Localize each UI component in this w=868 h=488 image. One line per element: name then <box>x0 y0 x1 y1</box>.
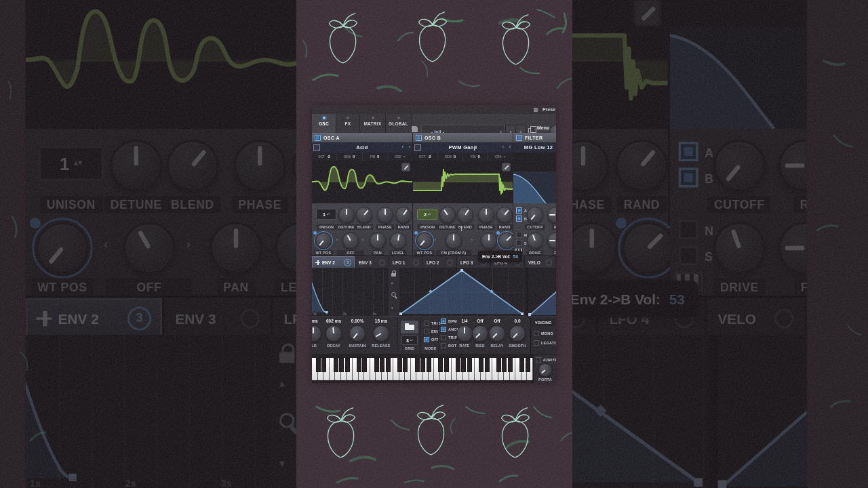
osc-b-waveform-display[interactable] <box>413 161 513 204</box>
fm-prev-icon[interactable]: ‹ <box>435 237 436 241</box>
fm-label[interactable]: FM (FROM A) <box>436 250 471 256</box>
osc-b-level-knob[interactable] <box>498 232 515 249</box>
chevron-up-icon[interactable]: ▴ <box>391 281 393 285</box>
crs-param[interactable]: CRS– <box>488 152 513 161</box>
osc-b-fm-knob[interactable] <box>446 232 462 249</box>
tab-matrix[interactable]: MATRIX <box>360 114 386 133</box>
filter-drive-knob[interactable] <box>527 232 543 249</box>
lfo-delay-knob[interactable] <box>489 325 505 342</box>
env-release-knob[interactable] <box>373 325 389 342</box>
lfo-smooth-knob[interactable] <box>509 325 526 342</box>
tab-fx[interactable]: FX <box>336 114 360 133</box>
filter-curve-display[interactable] <box>513 152 556 204</box>
wavetable-browser-icon[interactable] <box>414 144 421 151</box>
filter-route-n[interactable]: N <box>516 232 527 238</box>
osc-a-level-knob[interactable] <box>390 232 406 249</box>
lfo-bpm-toggle[interactable]: BPM <box>441 319 457 324</box>
tab-global[interactable]: GLOBAL <box>386 114 412 133</box>
lfo-grid-stepper[interactable]: 8▴▾ <box>401 336 418 345</box>
fm-next-icon[interactable]: › <box>471 237 473 241</box>
osc-a-rand-knob[interactable] <box>395 207 412 223</box>
filter-cutoff-knob[interactable] <box>527 207 543 223</box>
env-sustain-knob[interactable] <box>349 325 366 342</box>
velo-display[interactable] <box>527 268 556 317</box>
osc-a-waveform-display[interactable] <box>312 161 412 204</box>
filter-route-a[interactable]: A <box>516 207 527 214</box>
osc-b-rand-knob[interactable] <box>496 207 513 223</box>
legato-toggle[interactable]: LEGATO <box>534 340 556 346</box>
titlebar-presets-label[interactable]: Prese <box>542 107 555 112</box>
magnifier-icon[interactable] <box>391 292 396 297</box>
env2-display[interactable]: 1s 2s 3s <box>312 268 389 317</box>
chevron-down-icon[interactable]: ▾ <box>391 306 393 310</box>
stepper-arrows-icon[interactable]: ▴▾ <box>410 339 413 342</box>
piano-keyboard[interactable] <box>312 358 533 380</box>
osc-a-blend-knob[interactable] <box>356 207 372 223</box>
osc-a-wtpos-knob[interactable] <box>315 232 332 249</box>
tab-velo[interactable]: VELO <box>525 256 556 268</box>
wavetable-prev-icon[interactable]: ‹ <box>502 144 504 149</box>
wavetable-next-icon[interactable]: › <box>509 144 511 149</box>
tab-osc[interactable]: OSC <box>312 114 336 133</box>
lfo-rate-knob[interactable] <box>456 325 473 342</box>
move-icon[interactable] <box>315 260 320 265</box>
wavetable-prev-icon[interactable]: ‹ <box>402 144 403 149</box>
save-preset-icon[interactable] <box>412 126 418 132</box>
edit-waveform-icon[interactable] <box>502 163 511 171</box>
lfo2-display[interactable] <box>399 268 526 317</box>
osc-b-detune-knob[interactable] <box>439 207 456 223</box>
osc-a-detune-knob[interactable] <box>338 207 355 223</box>
osc-a-pan-knob[interactable] <box>370 232 386 249</box>
lfo-trip-toggle[interactable]: TRIP <box>441 335 457 340</box>
porta-always-toggle[interactable]: ALWAYS <box>536 357 556 363</box>
warp-prev-icon[interactable]: ‹ <box>336 237 338 241</box>
osc-a-wavetable-selector[interactable]: Acid ‹ › <box>312 142 412 153</box>
sem-param[interactable]: SEM0 <box>438 152 463 161</box>
tab-env3[interactable]: ENV 3 <box>355 256 389 268</box>
filter-type-selector[interactable]: MG Low 12 <box>513 142 556 153</box>
tab-lfo1[interactable]: LFO 1 <box>389 256 423 268</box>
lock-icon[interactable] <box>391 273 396 277</box>
osc-b-pan-knob[interactable] <box>481 232 497 249</box>
tab-lfo2[interactable]: LFO 2 <box>423 256 457 268</box>
mono-toggle[interactable]: MONO <box>534 331 553 336</box>
filter-route-b[interactable]: B <box>516 216 527 222</box>
porta-knob[interactable] <box>538 363 552 377</box>
env-decay-knob[interactable] <box>326 325 342 342</box>
warp-mode-label[interactable]: OFF <box>337 250 364 256</box>
osc-a-warp-knob[interactable] <box>342 232 359 249</box>
fin-param[interactable]: FIN0 <box>363 152 388 161</box>
lfo-rise-knob[interactable] <box>472 325 488 342</box>
osc-a-phase-knob[interactable] <box>377 207 393 223</box>
lfo-shape-menu-button[interactable] <box>400 320 419 334</box>
fin-param[interactable]: FIN0 <box>463 152 488 161</box>
osc-b-wtpos-knob[interactable] <box>416 232 433 249</box>
lfo-dot-toggle[interactable]: DOT <box>441 343 456 348</box>
stepper-arrows-icon[interactable]: ▴▾ <box>428 213 431 216</box>
filter-enable-checkbox[interactable] <box>516 135 522 141</box>
crs-param[interactable]: CRS– <box>388 152 412 161</box>
lfo-mode-env[interactable]: ENV <box>424 329 439 334</box>
wavetable-browser-icon[interactable] <box>313 144 320 151</box>
filter-res-knob[interactable] <box>547 207 556 223</box>
filter-fat-knob[interactable] <box>547 232 556 249</box>
stepper-arrows-icon[interactable]: ▴▾ <box>327 213 330 216</box>
osc-a-enable-checkbox[interactable] <box>315 135 321 141</box>
osc-b-phase-knob[interactable] <box>478 207 494 223</box>
wavetable-next-icon[interactable]: › <box>409 144 410 149</box>
osc-b-blend-knob[interactable] <box>457 207 473 223</box>
osc-b-wavetable-selector[interactable]: PWM Ganji ‹ › <box>413 142 513 153</box>
env-hold-knob[interactable] <box>312 325 321 342</box>
oct-param[interactable]: OCT-2 <box>312 152 337 161</box>
osc-a-unison-stepper[interactable]: 1▴▾ <box>316 209 336 220</box>
osc-b-enable-checkbox[interactable] <box>416 135 422 141</box>
grid-icon[interactable]: ▦ <box>533 106 538 113</box>
warp-next-icon[interactable]: › <box>362 237 363 241</box>
osc-b-unison-stepper[interactable]: 2▴▾ <box>417 209 437 220</box>
edit-waveform-icon[interactable] <box>401 163 410 171</box>
lfo-mode-off[interactable]: OFF <box>424 337 439 342</box>
oct-param[interactable]: OCT-2 <box>413 152 438 161</box>
tab-env2[interactable]: ENV 2 3 <box>312 256 355 268</box>
sem-param[interactable]: SEM0 <box>337 152 362 161</box>
filter-route-s[interactable]: S <box>516 240 527 246</box>
